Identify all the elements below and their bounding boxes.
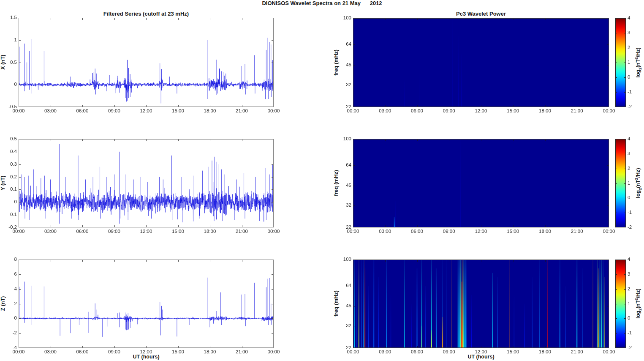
tick-label: 12:00 [136,349,156,355]
tick-label: 3 [628,30,640,36]
tick-label: 0.4 [1,149,17,154]
tick-label: 3 [628,271,640,277]
tick-labels-layer: -0.500.511.500:0003:0006:0009:0012:0015:… [0,0,644,361]
tick-label: 0 [628,315,640,321]
tick-label: -2 [628,224,640,230]
tick-label: 8 [1,257,17,262]
tick-label: 03:00 [41,108,61,114]
tick-label: 00:00 [8,349,29,355]
tick-label: 18:00 [200,349,220,355]
tick-label: 03:00 [375,229,395,234]
tick-label: 1 [628,301,640,306]
tick-label: 45 [335,303,351,309]
tick-label: 18:00 [200,108,220,114]
tick-label: 00:00 [343,108,363,114]
tick-label: 64 [335,283,351,288]
tick-label: 4 [1,286,17,292]
tick-label: 18:00 [535,108,555,114]
tick-label: 45 [335,183,351,188]
tick-label: 21:00 [232,349,252,355]
tick-label: 2 [1,301,17,306]
tick-label: 06:00 [72,229,92,234]
tick-label: 18:00 [535,229,555,234]
tick-label: 09:00 [439,229,459,234]
tick-label: 06:00 [407,229,427,234]
tick-label: 15:00 [168,108,188,114]
tick-label: 06:00 [72,349,92,355]
tick-label: 32 [335,82,351,88]
tick-label: 06:00 [72,108,92,114]
tick-label: 18:00 [200,229,220,234]
tick-label: -2 [1,330,17,336]
tick-label: 21:00 [567,229,587,234]
tick-label: 21:00 [567,108,587,114]
tick-label: 0.5 [1,60,17,65]
tick-label: 12:00 [471,349,491,355]
tick-label: 4 [628,136,640,142]
tick-label: -1 [628,210,640,215]
tick-label: -0.1 [1,212,17,217]
tick-label: 00:00 [599,349,619,355]
tick-label: 2 [628,166,640,171]
tick-label: 09:00 [104,108,125,114]
tick-label: 100 [335,136,351,142]
tick-label: 0.5 [1,136,17,142]
tick-label: 4 [628,15,640,21]
tick-label: 12:00 [471,229,491,234]
tick-label: 00:00 [343,229,363,234]
tick-label: 00:00 [599,108,619,114]
tick-label: 09:00 [439,349,459,355]
tick-label: 1 [628,60,640,65]
tick-label: 1 [628,180,640,186]
tick-label: 1.5 [1,15,17,20]
tick-label: 15:00 [503,108,523,114]
tick-label: 64 [335,41,351,47]
tick-label: 03:00 [41,349,61,355]
tick-label: 15:00 [503,349,523,355]
tick-label: -2 [628,345,640,350]
tick-label: 12:00 [136,229,156,234]
figure-root: DIONISOS Wavelet Spectra on 21 May 2012 … [0,0,644,361]
tick-label: 100 [335,15,351,21]
tick-label: 15:00 [503,229,523,234]
tick-label: 03:00 [375,349,395,355]
tick-label: 0 [628,195,640,200]
tick-label: 0.2 [1,174,17,180]
tick-label: 00:00 [264,229,284,234]
tick-label: 21:00 [232,229,252,234]
tick-label: 32 [335,323,351,328]
tick-label: 1 [1,37,17,43]
tick-label: 03:00 [375,108,395,114]
tick-label: -1 [628,89,640,95]
tick-label: 32 [335,202,351,208]
tick-label: 3 [628,151,640,156]
tick-label: 4 [628,257,640,262]
tick-label: 09:00 [439,108,459,114]
tick-label: 06:00 [407,108,427,114]
tick-label: 45 [335,62,351,68]
tick-label: 21:00 [567,349,587,355]
tick-label: 00:00 [264,349,284,355]
tick-label: 00:00 [343,349,363,355]
tick-label: 09:00 [104,229,125,234]
tick-label: 100 [335,257,351,262]
tick-label: 00:00 [264,108,284,114]
tick-label: 00:00 [8,229,29,234]
tick-label: 0.1 [1,186,17,192]
tick-label: 0 [1,82,17,87]
tick-label: 06:00 [407,349,427,355]
tick-label: 0 [1,315,17,321]
tick-label: 0.3 [1,161,17,167]
tick-label: 12:00 [471,108,491,114]
tick-label: 00:00 [8,108,29,114]
tick-label: 21:00 [232,108,252,114]
tick-label: 2 [628,45,640,50]
tick-label: 09:00 [104,349,125,355]
tick-label: -1 [628,330,640,336]
tick-label: 12:00 [136,108,156,114]
tick-label: 18:00 [535,349,555,355]
tick-label: 15:00 [168,229,188,234]
tick-label: 6 [1,271,17,277]
tick-label: 64 [335,162,351,168]
tick-label: 03:00 [41,229,61,234]
